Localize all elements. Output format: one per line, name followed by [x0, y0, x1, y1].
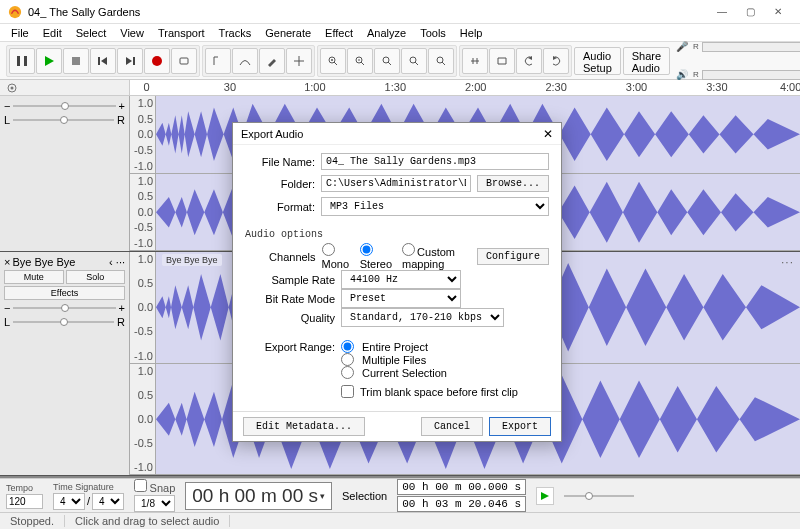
- status-hint: Click and drag to select audio: [65, 515, 230, 527]
- track-close-icon[interactable]: ×: [4, 256, 10, 268]
- fit-project-button[interactable]: [401, 48, 427, 74]
- zoom-group: [317, 45, 457, 77]
- window-title: 04_ The Sally Gardens: [28, 6, 708, 18]
- pan-slider-2[interactable]: [13, 321, 114, 323]
- snap-select[interactable]: 1/8: [134, 495, 175, 512]
- selection-tool[interactable]: [205, 48, 231, 74]
- menu-edit[interactable]: Edit: [36, 25, 69, 41]
- timesig-den[interactable]: 4: [92, 493, 124, 510]
- track-menu-icon[interactable]: ‹ ···: [109, 256, 125, 268]
- gain-slider-1[interactable]: [13, 105, 115, 107]
- svg-rect-4: [98, 57, 100, 65]
- timesig-num[interactable]: 4: [53, 493, 85, 510]
- menu-file[interactable]: File: [4, 25, 36, 41]
- playback-speed-slider[interactable]: [564, 495, 634, 497]
- menu-effect[interactable]: Effect: [318, 25, 360, 41]
- ruler[interactable]: 0 30 1:00 1:30 2:00 2:30 3:00 3:30 4:00: [130, 80, 800, 95]
- gear-icon[interactable]: [6, 82, 18, 94]
- titlebar: 04_ The Sally Gardens — ▢ ✕: [0, 0, 800, 24]
- track-1-wave[interactable]: 1.00.50.0-0.5-1.0 1.00.50.0-0.5-1.0: [130, 96, 800, 251]
- app-logo-icon: [8, 5, 22, 19]
- rec-meter-label: R: [693, 42, 699, 51]
- menu-transport[interactable]: Transport: [151, 25, 212, 41]
- skip-start-button[interactable]: [90, 48, 116, 74]
- loop-button[interactable]: [171, 48, 197, 74]
- svg-point-6: [152, 56, 162, 66]
- skip-end-button[interactable]: [117, 48, 143, 74]
- edit-group: [459, 45, 572, 77]
- menu-select[interactable]: Select: [69, 25, 114, 41]
- tempo-label: Tempo: [6, 483, 43, 493]
- pan-left: L: [4, 114, 10, 126]
- track-1: −+ LR 1.00.50.0-0.5-1.0 1.00.50.0-0.5-1.…: [0, 96, 800, 252]
- pan-slider-1[interactable]: [13, 119, 114, 121]
- share-icon: [639, 48, 653, 49]
- speaker-icon: [590, 48, 604, 49]
- transport-group: [6, 45, 200, 77]
- gain-slider-2[interactable]: [13, 307, 115, 309]
- menu-help[interactable]: Help: [453, 25, 490, 41]
- status-stopped: Stopped.: [0, 515, 65, 527]
- effects-button[interactable]: Effects: [4, 286, 125, 300]
- record-meter[interactable]: [702, 42, 800, 52]
- redo-button[interactable]: [543, 48, 569, 74]
- bottom-bar: Tempo Time Signature 4 / 4 Snap 1/8 00 h…: [0, 478, 800, 512]
- toolbar: Audio Setup Share Audio 🎤 R ↻ 🔊 R ↻: [0, 42, 800, 80]
- zoom-out-button[interactable]: [347, 48, 373, 74]
- gain-plus: +: [119, 100, 125, 112]
- menu-tracks[interactable]: Tracks: [212, 25, 259, 41]
- track-2-wave[interactable]: Bye Bye Bye ··· 1.00.50.0-0.5-1.0 1.00.5…: [130, 252, 800, 475]
- play-at-speed-button[interactable]: [536, 487, 554, 505]
- snap-checkbox[interactable]: [134, 479, 147, 492]
- svg-rect-2: [24, 56, 27, 66]
- timeline: 0 30 1:00 1:30 2:00 2:30 3:00 3:30 4:00: [0, 80, 800, 96]
- track-2: × Bye Bye Bye ‹ ··· Mute Solo Effects −+…: [0, 252, 800, 476]
- svg-point-14: [11, 86, 14, 89]
- undo-button[interactable]: [516, 48, 542, 74]
- multi-tool[interactable]: [286, 48, 312, 74]
- zoom-in-button[interactable]: [320, 48, 346, 74]
- speaker-out-icon: 🔊: [676, 69, 690, 80]
- menu-tools[interactable]: Tools: [413, 25, 453, 41]
- tracks-area: −+ LR 1.00.50.0-0.5-1.0 1.00.50.0-0.5-1.…: [0, 96, 800, 478]
- scale-1r: 1.00.50.0-0.5-1.0: [130, 174, 156, 251]
- close-window-button[interactable]: ✕: [764, 6, 792, 17]
- track-2-head: × Bye Bye Bye ‹ ··· Mute Solo Effects −+…: [0, 252, 130, 475]
- track-1-head: −+ LR: [0, 96, 130, 251]
- scale-2r: 1.00.50.0-0.5-1.0: [130, 364, 156, 475]
- track-2-title: Bye Bye Bye: [12, 256, 75, 268]
- selection-end[interactable]: 00 h 03 m 20.046 s: [397, 496, 526, 512]
- playback-meter[interactable]: [702, 70, 800, 80]
- selection-start[interactable]: 00 h 00 m 00.000 s: [397, 479, 526, 495]
- trim-button[interactable]: [462, 48, 488, 74]
- menu-generate[interactable]: Generate: [258, 25, 318, 41]
- menu-analyze[interactable]: Analyze: [360, 25, 413, 41]
- play-button[interactable]: [36, 48, 62, 74]
- tools-group: [202, 45, 315, 77]
- tempo-input[interactable]: [6, 494, 43, 509]
- clip-name[interactable]: Bye Bye Bye: [162, 254, 222, 266]
- svg-rect-3: [72, 57, 80, 65]
- minimize-button[interactable]: —: [708, 6, 736, 17]
- solo-button[interactable]: Solo: [66, 270, 126, 284]
- clip-menu-icon[interactable]: ···: [781, 255, 794, 269]
- envelope-tool[interactable]: [232, 48, 258, 74]
- main-timecode[interactable]: 00 h 00 m 00 s▾: [185, 482, 332, 510]
- stop-button[interactable]: [63, 48, 89, 74]
- maximize-button[interactable]: ▢: [736, 6, 764, 17]
- fit-selection-button[interactable]: [374, 48, 400, 74]
- snap-label: Snap: [150, 482, 176, 494]
- silence-button[interactable]: [489, 48, 515, 74]
- svg-rect-1: [17, 56, 20, 66]
- gain-minus: −: [4, 100, 10, 112]
- record-button[interactable]: [144, 48, 170, 74]
- zoom-toggle-button[interactable]: [428, 48, 454, 74]
- pause-button[interactable]: [9, 48, 35, 74]
- pan-right: R: [117, 114, 125, 126]
- timesig-label: Time Signature: [53, 482, 124, 492]
- draw-tool[interactable]: [259, 48, 285, 74]
- audio-setup-button[interactable]: Audio Setup: [574, 47, 621, 75]
- share-audio-button[interactable]: Share Audio: [623, 47, 670, 75]
- mute-button[interactable]: Mute: [4, 270, 64, 284]
- menu-view[interactable]: View: [113, 25, 151, 41]
